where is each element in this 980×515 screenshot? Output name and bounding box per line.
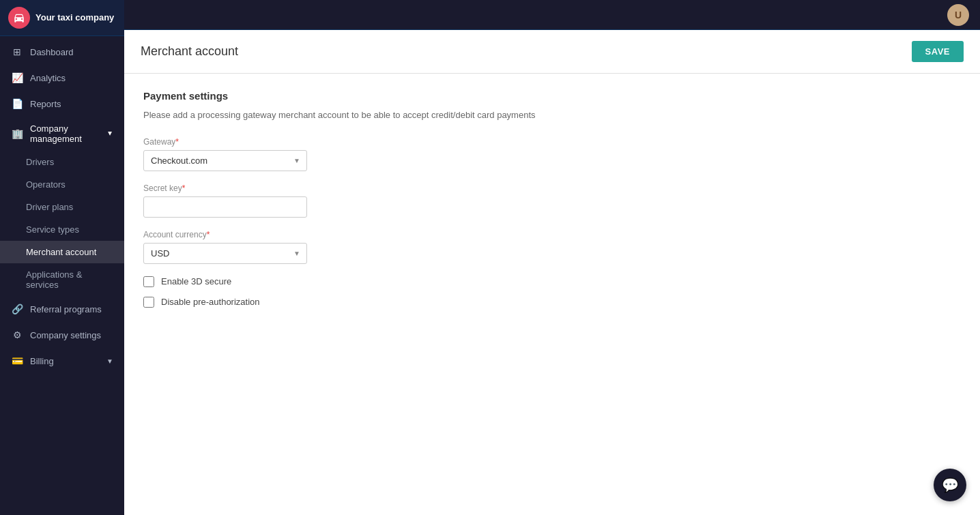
gateway-label: Gateway*: [143, 137, 961, 147]
gateway-select-wrapper: Checkout.com Stripe Braintree ▼: [143, 150, 307, 171]
analytics-icon: 📈: [11, 72, 23, 84]
billing-label: Billing: [30, 356, 54, 366]
sidebar-header: Your taxi company: [0, 0, 124, 36]
car-icon: [13, 12, 25, 24]
app-title: Your taxi company: [35, 12, 114, 23]
sidebar-item-referral-programs[interactable]: 🔗 Referral programs: [0, 296, 124, 322]
sidebar-item-drivers-label: Drivers: [26, 157, 54, 167]
enable-3d-secure-label[interactable]: Enable 3D secure: [161, 276, 231, 286]
page-header: Merchant account SAVE: [124, 30, 980, 74]
chat-icon: 💬: [942, 477, 959, 493]
topbar: U: [124, 0, 980, 30]
app-logo: [8, 7, 30, 29]
sidebar-item-merchant-account-label: Merchant account: [26, 247, 96, 257]
sidebar-company-management-section[interactable]: 🏢 Company management ▲: [0, 117, 124, 151]
main-content: U Merchant account SAVE Payment settings…: [124, 0, 980, 515]
company-management-chevron: ▲: [106, 130, 113, 138]
gateway-group: Gateway* Checkout.com Stripe Braintree ▼: [143, 137, 961, 171]
billing-left: 💳 Billing: [11, 355, 54, 367]
billing-icon: 💳: [11, 355, 23, 367]
secret-key-required: *: [182, 183, 186, 193]
sidebar-item-dashboard[interactable]: ⊞ Dashboard: [0, 39, 124, 65]
sidebar-item-applications-services-label: Applications & services: [26, 269, 113, 290]
sidebar-item-company-settings[interactable]: ⚙ Company settings: [0, 322, 124, 348]
gateway-select[interactable]: Checkout.com Stripe Braintree: [143, 150, 307, 171]
secret-key-group: Secret key*: [143, 183, 961, 218]
company-settings-icon: ⚙: [11, 329, 23, 341]
billing-chevron: ▼: [106, 357, 113, 365]
sidebar-item-dashboard-label: Dashboard: [30, 47, 74, 57]
account-currency-required: *: [207, 230, 210, 239]
account-currency-label: Account currency*: [143, 230, 961, 239]
dashboard-icon: ⊞: [11, 46, 23, 58]
form-container: Payment settings Please add a processing…: [124, 74, 980, 515]
sidebar-item-merchant-account[interactable]: Merchant account: [0, 241, 124, 263]
sidebar-item-referral-programs-label: Referral programs: [30, 304, 102, 314]
enable-3d-secure-checkbox[interactable]: [143, 276, 154, 287]
sidebar-billing-section[interactable]: 💳 Billing ▼: [0, 348, 124, 374]
account-currency-select[interactable]: USD EUR GBP: [143, 243, 307, 264]
chat-button[interactable]: 💬: [934, 469, 966, 501]
sidebar-item-operators[interactable]: Operators: [0, 173, 124, 196]
sidebar-item-drivers[interactable]: Drivers: [0, 151, 124, 173]
sidebar-item-analytics[interactable]: 📈 Analytics: [0, 65, 124, 91]
sidebar-item-driver-plans-label: Driver plans: [26, 202, 73, 212]
secret-key-label: Secret key*: [143, 183, 961, 193]
account-currency-group: Account currency* USD EUR GBP ▼: [143, 230, 961, 264]
sidebar-item-reports-label: Reports: [30, 99, 61, 109]
company-management-label: Company management: [30, 123, 106, 144]
avatar[interactable]: U: [947, 4, 969, 26]
sidebar-item-driver-plans[interactable]: Driver plans: [0, 196, 124, 218]
company-management-icon: 🏢: [11, 128, 23, 140]
payment-settings-title: Payment settings: [143, 90, 961, 102]
page-content: Merchant account SAVE Payment settings P…: [124, 30, 980, 515]
disable-pre-authorization-label[interactable]: Disable pre-authorization: [161, 297, 260, 307]
referral-icon: 🔗: [11, 303, 23, 315]
gateway-required: *: [175, 137, 179, 147]
sidebar-item-service-types[interactable]: Service types: [0, 218, 124, 241]
sidebar-item-applications-services[interactable]: Applications & services: [0, 263, 124, 296]
enable-3d-secure-group: Enable 3D secure: [143, 276, 961, 287]
reports-icon: 📄: [11, 98, 23, 110]
sidebar-item-operators-label: Operators: [26, 179, 66, 190]
page-title: Merchant account: [141, 44, 238, 59]
payment-description: Please add a processing gateway merchant…: [143, 108, 961, 122]
company-management-left: 🏢 Company management: [11, 123, 106, 144]
save-button[interactable]: SAVE: [912, 41, 964, 62]
sidebar-item-service-types-label: Service types: [26, 224, 79, 235]
account-currency-select-wrapper: USD EUR GBP ▼: [143, 243, 307, 264]
disable-pre-auth-group: Disable pre-authorization: [143, 297, 961, 308]
disable-pre-authorization-checkbox[interactable]: [143, 297, 154, 308]
sidebar-item-company-settings-label: Company settings: [30, 330, 101, 340]
sidebar-nav: ⊞ Dashboard 📈 Analytics 📄 Reports 🏢 Comp…: [0, 36, 124, 374]
sidebar-item-reports[interactable]: 📄 Reports: [0, 91, 124, 117]
sidebar-item-analytics-label: Analytics: [30, 73, 66, 83]
sidebar: Your taxi company ⊞ Dashboard 📈 Analytic…: [0, 0, 124, 515]
secret-key-input[interactable]: [143, 196, 307, 218]
